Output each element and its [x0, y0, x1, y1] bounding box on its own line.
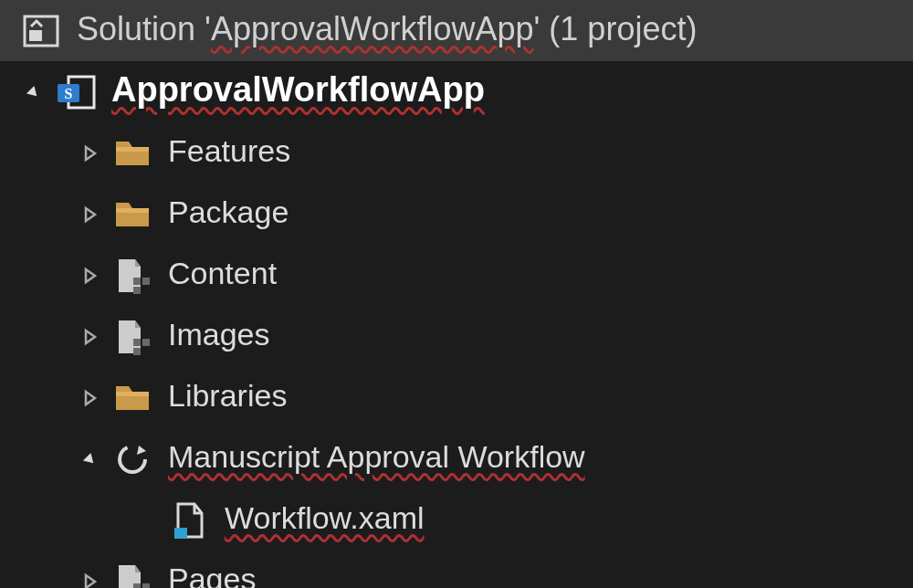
expander-open-icon[interactable] — [18, 83, 47, 101]
solution-icon — [18, 13, 64, 49]
svg-rect-13 — [116, 392, 149, 396]
folder-icon — [110, 196, 155, 233]
tree-item-label: Pages — [168, 561, 256, 588]
solution-label: Solution 'ApprovalWorkflowApp' (1 projec… — [77, 9, 697, 52]
expander-closed-icon[interactable] — [75, 328, 104, 346]
module-icon — [110, 257, 155, 294]
tree-item-workflow-xaml[interactable]: Workflow.xaml — [0, 489, 913, 551]
svg-rect-5 — [116, 147, 149, 152]
expander-closed-icon[interactable] — [75, 389, 104, 407]
svg-rect-6 — [116, 208, 149, 213]
expander-open-icon[interactable] — [75, 450, 104, 468]
tree-item-manuscript-approval-workflow[interactable]: Manuscript Approval Workflow — [0, 428, 913, 489]
expander-closed-icon[interactable] — [75, 144, 104, 163]
solution-explorer-tree: Solution 'ApprovalWorkflowApp' (1 projec… — [0, 0, 913, 588]
svg-rect-9 — [133, 287, 141, 294]
tree-item-libraries[interactable]: Libraries — [0, 367, 913, 428]
solution-row[interactable]: Solution 'ApprovalWorkflowApp' (1 projec… — [0, 0, 913, 61]
svg-rect-11 — [142, 339, 150, 346]
expander-closed-icon[interactable] — [75, 267, 104, 285]
svg-text:S: S — [65, 86, 73, 101]
folder-icon — [110, 135, 155, 172]
tree-item-label: Libraries — [168, 377, 287, 418]
module-icon — [110, 563, 155, 589]
tree-item-features[interactable]: Features — [0, 122, 913, 184]
tree-item-label: Features — [168, 132, 290, 173]
svg-rect-8 — [142, 278, 150, 285]
tree-item-label: ApprovalWorkflowApp — [111, 69, 485, 115]
svg-rect-17 — [142, 583, 150, 589]
module-icon — [110, 319, 155, 355]
tree-item-package[interactable]: Package — [0, 184, 913, 245]
svg-rect-16 — [133, 583, 141, 589]
tree-item-pages[interactable]: Pages — [0, 551, 913, 588]
tree-item-label: Package — [168, 194, 289, 235]
tree-item-images[interactable]: Images — [0, 306, 913, 367]
xaml-file-icon — [166, 502, 212, 539]
tree-item-content[interactable]: Content — [0, 245, 913, 306]
svg-rect-15 — [174, 528, 187, 539]
svg-rect-7 — [133, 278, 141, 285]
tree-item-label: Content — [168, 255, 277, 296]
tree-item-label: Manuscript Approval Workflow — [168, 438, 585, 479]
sharepoint-project-icon: S — [53, 74, 99, 110]
svg-rect-1 — [29, 30, 42, 41]
svg-rect-12 — [133, 348, 141, 355]
tree-item-label: Workflow.xaml — [225, 499, 425, 541]
expander-closed-icon[interactable] — [75, 205, 104, 224]
folder-icon — [110, 380, 155, 416]
svg-rect-10 — [133, 339, 141, 346]
expander-closed-icon[interactable] — [75, 572, 104, 589]
workflow-icon — [110, 441, 155, 478]
tree-item-label: Images — [168, 316, 270, 357]
tree-item-approvalworkflowapp[interactable]: SApprovalWorkflowApp — [0, 61, 913, 122]
